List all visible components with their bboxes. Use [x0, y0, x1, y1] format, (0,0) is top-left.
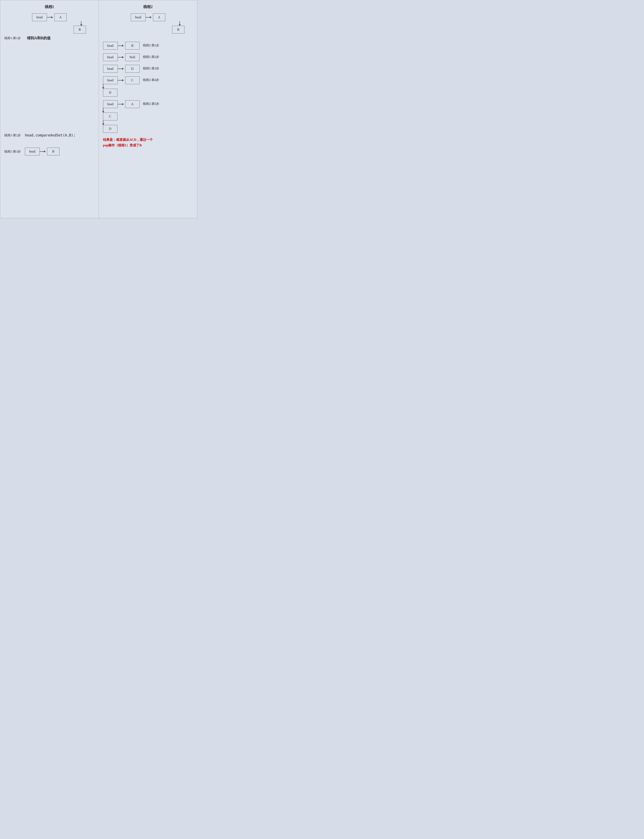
left-head-row: head A: [32, 13, 67, 21]
right-step-label-5: 线程2-第5步: [143, 100, 159, 106]
left-step3-row: 线程1-第3步 head B: [4, 148, 95, 155]
right-node-b: B: [172, 26, 184, 33]
right-step-diagram-3: head D: [103, 65, 140, 73]
left-step3-arrow: [40, 151, 47, 152]
right-panel-title: 线程2: [103, 4, 193, 9]
left-step3-head-box: head: [25, 148, 40, 155]
left-step2-code: head.compareAndSet(A,B);: [25, 133, 76, 137]
right-arrow1: [146, 17, 153, 18]
right-step-diagram-4: head C D: [103, 76, 140, 97]
main-container: 线程1 head A B: [0, 0, 197, 218]
step-chain-arrow-0: [103, 84, 104, 89]
left-panel-title: 线程1: [4, 4, 95, 9]
left-step3-node-b: B: [47, 148, 59, 155]
step-chain-node-0: C: [103, 112, 117, 120]
step-arrow: [118, 69, 125, 69]
left-node-b: B: [74, 26, 86, 33]
right-head-row: head A: [131, 13, 165, 21]
right-head-box: head: [131, 13, 146, 21]
right-step-diagram-2: head Null: [103, 53, 140, 61]
step-chain-arrow-1: [103, 120, 104, 125]
step-arrow: [118, 80, 125, 81]
step-head-box: head: [103, 53, 118, 61]
right-diagram1: head A B: [103, 13, 193, 33]
step-node-box: D: [125, 65, 140, 73]
right-step-row-3: head D 线程2-第3步: [103, 65, 193, 73]
step-chain-node-1: D: [103, 125, 117, 133]
step-node-box: Null: [125, 53, 140, 61]
left-step1-row: 线程1-第1步 得到A和B的值: [4, 36, 95, 41]
step-head-box: head: [103, 100, 118, 108]
result-text: 结果是：栈直接从ACD，通过一个 pop操作（线程1）变成了B: [103, 137, 193, 148]
step-arrow: [118, 57, 125, 58]
left-arrow1: [47, 17, 54, 18]
right-steps-list: head B 线程2-第1步 head Null 线程2-第2步 head D …: [103, 42, 193, 133]
right-step-diagram-1: head B: [103, 42, 140, 49]
left-step2-row: 线程1-第2步 head.compareAndSet(A,B);: [4, 133, 95, 137]
right-step-arrow-row-4: head C: [103, 76, 140, 84]
right-step-row-1: head B 线程2-第1步: [103, 42, 193, 49]
left-step2-label: 线程1-第2步: [4, 134, 21, 137]
step-chain-node-0: D: [103, 89, 117, 97]
step-head-box: head: [103, 42, 118, 49]
right-step-row-4: head C D 线程2-第4步: [103, 76, 193, 97]
right-step-diagram-5: head A C D: [103, 100, 140, 133]
right-step-arrow-row-1: head B: [103, 42, 140, 49]
left-panel: 线程1 head A B: [0, 0, 99, 218]
step-arrow: [118, 46, 125, 46]
right-step-arrow-row-2: head Null: [103, 53, 140, 61]
right-step-arrow-row-5: head A: [103, 100, 140, 108]
step-head-box: head: [103, 65, 118, 73]
left-step1-desc: 得到A和B的值: [27, 36, 51, 41]
right-step-label-1: 线程2-第1步: [143, 42, 159, 47]
step-node-box: A: [125, 100, 140, 108]
step-arrow: [118, 104, 125, 104]
left-step3-diagram: head B: [25, 148, 59, 155]
right-arrow-down: [179, 21, 180, 26]
right-step-row-5: head A C D 线程2-第5步: [103, 100, 193, 133]
left-node-a: A: [54, 13, 67, 21]
left-step3-label: 线程1-第3步: [4, 150, 21, 153]
left-head-box: head: [32, 13, 47, 21]
right-step-arrow-row-3: head D: [103, 65, 140, 73]
step-chain-arrow-0: [103, 108, 104, 112]
right-step-label-3: 线程2-第3步: [143, 65, 159, 71]
right-step-row-2: head Null 线程2-第2步: [103, 53, 193, 61]
right-node-a: A: [153, 13, 165, 21]
left-step1-label: 线程1-第1步: [4, 36, 21, 40]
step-node-box: B: [125, 42, 140, 49]
left-arrow-down: [81, 21, 81, 26]
right-panel: 线程2 head A B: [99, 0, 197, 218]
left-diagram1: head A B: [4, 13, 95, 33]
right-step-label-4: 线程2-第4步: [143, 76, 159, 82]
step-node-box: C: [125, 76, 140, 84]
step-head-box: head: [103, 76, 118, 84]
right-step-label-2: 线程2-第2步: [143, 53, 159, 59]
